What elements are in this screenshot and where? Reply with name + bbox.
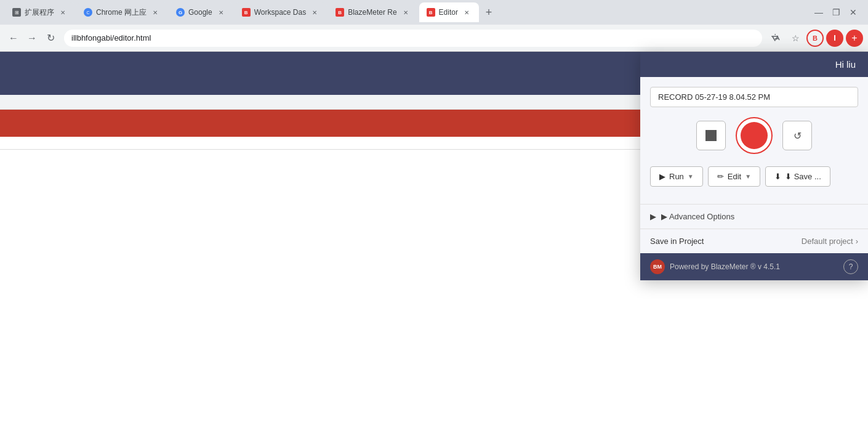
popup-panel: Hi liu ↺ ▶ Run ▼ — [640, 52, 868, 280]
tab-title-ext: 扩展程序 — [25, 7, 54, 18]
run-label: Run — [669, 172, 684, 181]
tab-bar: ⊞ 扩展程序 ✕ C Chrome 网上应 ✕ G Google ✕ B Wor… — [0, 0, 868, 25]
greeting-text: Hi liu — [835, 59, 856, 70]
help-button[interactable]: ? — [843, 259, 858, 274]
save-icon: ⬇ — [774, 172, 781, 181]
tab-title-workspace: Workspace Das — [254, 8, 306, 17]
stop-button[interactable] — [696, 121, 726, 150]
blazemeter-extension-icon[interactable]: B — [806, 30, 824, 47]
tab-title-chrome: Chrome 网上应 — [96, 7, 147, 18]
powered-by: BM Powered by BlazeMeter ® v 4.5.1 — [650, 259, 780, 274]
address-icons: ☆ B I + — [767, 30, 863, 47]
tab-google[interactable]: G Google ✕ — [169, 2, 233, 22]
help-icon: ? — [849, 262, 853, 271]
tab-editor[interactable]: B Editor ✕ — [419, 2, 479, 22]
tab-ext[interactable]: ⊞ 扩展程序 ✕ — [5, 2, 75, 22]
tab-favicon-chrome: C — [84, 8, 92, 17]
edit-label: Edit — [728, 172, 741, 181]
save-in-project-row[interactable]: Save in Project Default project › — [640, 229, 868, 253]
record-button[interactable] — [736, 117, 773, 154]
tab-close-ext[interactable]: ✕ — [58, 7, 68, 17]
edit-dropdown-arrow[interactable]: ▼ — [745, 173, 751, 180]
advanced-options-row[interactable]: ▶ ▶ Advanced Options — [640, 204, 868, 229]
reset-icon: ↺ — [794, 130, 802, 142]
tab-close-chrome[interactable]: ✕ — [150, 7, 160, 17]
tab-close-blazemeter[interactable]: ✕ — [401, 7, 411, 17]
minimize-button[interactable]: — — [814, 7, 824, 17]
back-button[interactable]: ← — [5, 30, 22, 47]
save-label: ⬇ Save ... — [785, 172, 821, 181]
blazemeter-logo-small: BM — [650, 259, 665, 274]
tab-close-editor[interactable]: ✕ — [462, 7, 472, 17]
tab-workspace[interactable]: B Workspace Das ✕ — [235, 2, 327, 22]
nav-buttons: ← → ↻ — [5, 30, 59, 47]
popup-header: Hi liu — [640, 52, 868, 77]
bookmark-icon[interactable]: ☆ — [787, 30, 804, 47]
run-dropdown-arrow[interactable]: ▼ — [688, 173, 694, 180]
window-controls: — ❐ ✕ — [814, 7, 863, 17]
new-tab-button[interactable]: + — [480, 4, 497, 21]
translate-icon[interactable] — [767, 30, 784, 47]
popup-footer: BM Powered by BlazeMeter ® v 4.5.1 ? — [640, 253, 868, 280]
main-content: Taurus JSON JMX ▲ Hi liu — [0, 52, 868, 430]
maximize-button[interactable]: ❐ — [831, 7, 841, 17]
record-name-input[interactable] — [650, 87, 858, 107]
advanced-options-label: ▶ Advanced Options — [661, 212, 734, 221]
address-input[interactable] — [64, 30, 762, 47]
tab-favicon-ext: ⊞ — [12, 8, 21, 17]
tab-title-blazemeter: BlazeMeter Re — [348, 8, 396, 17]
close-button[interactable]: ✕ — [848, 7, 858, 17]
tab-favicon-blazemeter: B — [336, 8, 344, 17]
refresh-button[interactable]: ↻ — [42, 30, 59, 47]
save-in-project-label: Save in Project — [650, 237, 704, 246]
tab-favicon-workspace: B — [242, 8, 251, 17]
default-project-label: Default project — [802, 237, 853, 246]
tab-close-workspace[interactable]: ✕ — [310, 7, 319, 17]
tab-title-editor: Editor — [439, 8, 458, 17]
tab-close-google[interactable]: ✕ — [216, 7, 226, 17]
save-button[interactable]: ⬇ ⬇ Save ... — [765, 166, 830, 187]
popup-body: ↺ ▶ Run ▼ ✏ Edit ▼ ⬇ ⬇ Save ... — [640, 77, 868, 204]
tab-favicon-google: G — [176, 8, 185, 17]
edit-button[interactable]: ✏ Edit ▼ — [708, 166, 760, 187]
record-icon — [741, 122, 768, 149]
run-edit-save-row: ▶ Run ▼ ✏ Edit ▼ ⬇ ⬇ Save ... — [650, 166, 858, 187]
stop-icon — [705, 130, 717, 141]
edit-pencil-icon: ✏ — [717, 172, 724, 181]
run-button[interactable]: ▶ Run ▼ — [650, 166, 703, 187]
default-project-arrow-icon: › — [856, 237, 858, 246]
forward-button[interactable]: → — [23, 30, 41, 47]
tab-title-google: Google — [188, 8, 212, 17]
recording-controls: ↺ — [650, 117, 858, 154]
tab-blazemeter[interactable]: B BlazeMeter Re ✕ — [328, 2, 417, 22]
tab-chrome[interactable]: C Chrome 网上应 ✕ — [76, 2, 167, 22]
tab-favicon-editor: B — [427, 8, 435, 17]
advanced-options-arrow-icon: ▶ — [650, 212, 656, 221]
powered-by-label: Powered by BlazeMeter ® v 4.5.1 — [670, 262, 780, 271]
profile-icon[interactable]: I — [826, 30, 843, 47]
profile-add-icon[interactable]: + — [846, 30, 863, 47]
run-play-icon: ▶ — [659, 172, 665, 181]
default-project-selector[interactable]: Default project › — [802, 237, 858, 246]
address-bar: ← → ↻ ☆ B I + — [0, 25, 868, 52]
reset-button[interactable]: ↺ — [782, 121, 812, 150]
